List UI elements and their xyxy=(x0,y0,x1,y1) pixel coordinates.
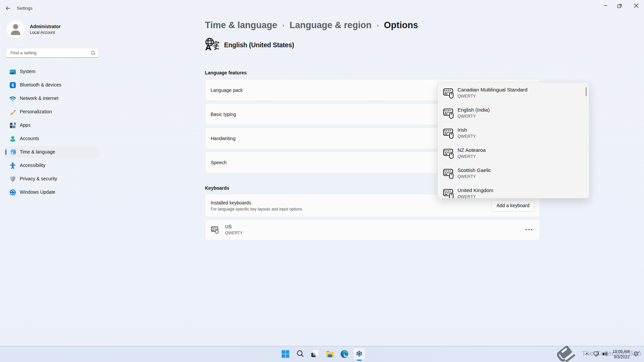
svg-text:8: 8 xyxy=(597,352,599,355)
svg-text:z: z xyxy=(639,351,640,353)
svg-text:z: z xyxy=(635,352,636,355)
